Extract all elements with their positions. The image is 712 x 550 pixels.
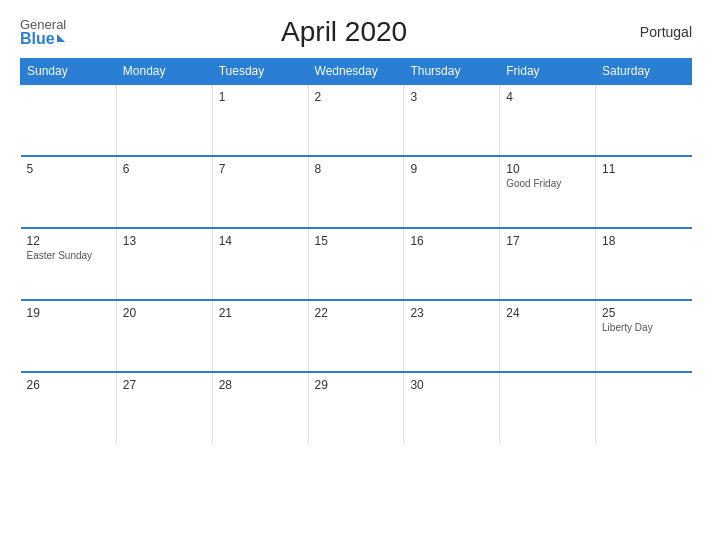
calendar-cell: 9 bbox=[404, 156, 500, 228]
holiday-name: Good Friday bbox=[506, 178, 589, 189]
day-number: 16 bbox=[410, 234, 493, 248]
calendar-cell: 17 bbox=[500, 228, 596, 300]
calendar-cell: 20 bbox=[116, 300, 212, 372]
calendar-cell: 7 bbox=[212, 156, 308, 228]
header-sunday: Sunday bbox=[21, 59, 117, 85]
calendar-table: Sunday Monday Tuesday Wednesday Thursday… bbox=[20, 58, 692, 444]
calendar-cell: 14 bbox=[212, 228, 308, 300]
day-number: 29 bbox=[315, 378, 398, 392]
calendar-cell: 10Good Friday bbox=[500, 156, 596, 228]
weekday-header-row: Sunday Monday Tuesday Wednesday Thursday… bbox=[21, 59, 692, 85]
logo-blue-text: Blue bbox=[20, 31, 66, 47]
day-number: 30 bbox=[410, 378, 493, 392]
calendar-cell: 21 bbox=[212, 300, 308, 372]
day-number: 6 bbox=[123, 162, 206, 176]
calendar-cell: 28 bbox=[212, 372, 308, 444]
country-label: Portugal bbox=[622, 24, 692, 40]
calendar-cell: 13 bbox=[116, 228, 212, 300]
calendar-cell: 18 bbox=[596, 228, 692, 300]
logo-general-text: General bbox=[20, 18, 66, 31]
day-number: 10 bbox=[506, 162, 589, 176]
calendar-cell: 19 bbox=[21, 300, 117, 372]
day-number: 2 bbox=[315, 90, 398, 104]
day-number: 5 bbox=[27, 162, 110, 176]
calendar-cell: 5 bbox=[21, 156, 117, 228]
day-number: 14 bbox=[219, 234, 302, 248]
calendar-cell: 30 bbox=[404, 372, 500, 444]
calendar-cell: 8 bbox=[308, 156, 404, 228]
calendar-cell bbox=[116, 84, 212, 156]
calendar-cell bbox=[596, 84, 692, 156]
day-number: 9 bbox=[410, 162, 493, 176]
day-number: 12 bbox=[27, 234, 110, 248]
calendar-week-row: 2627282930 bbox=[21, 372, 692, 444]
header-wednesday: Wednesday bbox=[308, 59, 404, 85]
header-monday: Monday bbox=[116, 59, 212, 85]
calendar-cell: 29 bbox=[308, 372, 404, 444]
logo: General Blue bbox=[20, 18, 66, 47]
calendar-cell: 24 bbox=[500, 300, 596, 372]
calendar-cell: 6 bbox=[116, 156, 212, 228]
day-number: 26 bbox=[27, 378, 110, 392]
calendar-cell: 1 bbox=[212, 84, 308, 156]
day-number: 22 bbox=[315, 306, 398, 320]
calendar-title: April 2020 bbox=[66, 16, 622, 48]
holiday-name: Easter Sunday bbox=[27, 250, 110, 261]
day-number: 11 bbox=[602, 162, 685, 176]
calendar-week-row: 5678910Good Friday11 bbox=[21, 156, 692, 228]
header-thursday: Thursday bbox=[404, 59, 500, 85]
calendar-cell: 4 bbox=[500, 84, 596, 156]
day-number: 7 bbox=[219, 162, 302, 176]
day-number: 17 bbox=[506, 234, 589, 248]
calendar-week-row: 12Easter Sunday131415161718 bbox=[21, 228, 692, 300]
day-number: 3 bbox=[410, 90, 493, 104]
day-number: 25 bbox=[602, 306, 685, 320]
header-tuesday: Tuesday bbox=[212, 59, 308, 85]
calendar-cell: 12Easter Sunday bbox=[21, 228, 117, 300]
calendar-cell: 15 bbox=[308, 228, 404, 300]
day-number: 20 bbox=[123, 306, 206, 320]
header-friday: Friday bbox=[500, 59, 596, 85]
calendar-cell: 27 bbox=[116, 372, 212, 444]
day-number: 8 bbox=[315, 162, 398, 176]
holiday-name: Liberty Day bbox=[602, 322, 685, 333]
day-number: 24 bbox=[506, 306, 589, 320]
calendar-cell: 25Liberty Day bbox=[596, 300, 692, 372]
calendar-cell: 11 bbox=[596, 156, 692, 228]
day-number: 28 bbox=[219, 378, 302, 392]
day-number: 18 bbox=[602, 234, 685, 248]
header-saturday: Saturday bbox=[596, 59, 692, 85]
calendar-cell bbox=[596, 372, 692, 444]
day-number: 19 bbox=[27, 306, 110, 320]
calendar-cell bbox=[500, 372, 596, 444]
day-number: 27 bbox=[123, 378, 206, 392]
calendar-cell: 2 bbox=[308, 84, 404, 156]
day-number: 13 bbox=[123, 234, 206, 248]
calendar-header: General Blue April 2020 Portugal bbox=[20, 16, 692, 48]
calendar-page: General Blue April 2020 Portugal Sunday … bbox=[0, 0, 712, 550]
calendar-week-row: 1234 bbox=[21, 84, 692, 156]
logo-triangle-icon bbox=[57, 34, 65, 42]
calendar-cell: 16 bbox=[404, 228, 500, 300]
calendar-cell bbox=[21, 84, 117, 156]
calendar-cell: 23 bbox=[404, 300, 500, 372]
day-number: 23 bbox=[410, 306, 493, 320]
day-number: 4 bbox=[506, 90, 589, 104]
day-number: 15 bbox=[315, 234, 398, 248]
calendar-cell: 3 bbox=[404, 84, 500, 156]
calendar-cell: 26 bbox=[21, 372, 117, 444]
calendar-cell: 22 bbox=[308, 300, 404, 372]
day-number: 1 bbox=[219, 90, 302, 104]
day-number: 21 bbox=[219, 306, 302, 320]
calendar-week-row: 19202122232425Liberty Day bbox=[21, 300, 692, 372]
